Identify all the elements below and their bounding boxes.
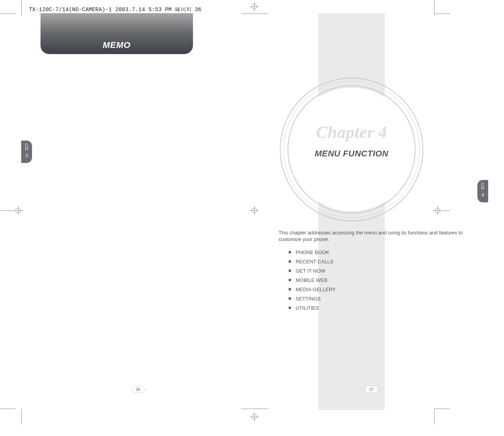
list-item: MOBILE WEB bbox=[289, 277, 336, 283]
list-item: MEDIA GELLERY bbox=[289, 287, 336, 292]
chapter-title: Chapter 4 bbox=[278, 122, 425, 142]
crop-mark bbox=[0, 14, 15, 14]
page-number-left: 36 bbox=[132, 386, 145, 393]
list-item: GET IT NOW bbox=[289, 268, 336, 274]
crop-mark bbox=[21, 409, 22, 424]
chapter-tab-h: H bbox=[21, 147, 32, 151]
list-item-label: SETTINGS bbox=[296, 296, 321, 302]
chapter-tab-left: C H 3 bbox=[21, 141, 32, 163]
crop-mark bbox=[0, 409, 15, 409]
manual-spread: MEMO C H 3 36 Chapter 4 MENU FUNCTION Th… bbox=[21, 13, 488, 410]
crop-mark bbox=[434, 409, 435, 424]
chapter-tab-number: 3 bbox=[21, 153, 32, 158]
memo-title: MEMO bbox=[103, 40, 130, 50]
registration-mark-icon bbox=[250, 2, 259, 11]
list-item-label: PHONE BOOK bbox=[296, 249, 329, 255]
registration-mark-icon bbox=[250, 412, 259, 421]
chapter-subtitle: MENU FUNCTION bbox=[278, 149, 425, 159]
list-item-label: UTILITIES bbox=[296, 305, 319, 311]
list-item-label: RECENT CALLS bbox=[296, 259, 333, 265]
page-number-right: 37 bbox=[365, 386, 378, 393]
chapter-tab-number: 4 bbox=[477, 192, 488, 198]
list-item-label: MOBILE WEB bbox=[296, 277, 327, 283]
page-left: MEMO C H 3 36 bbox=[21, 13, 255, 410]
memo-header: MEMO bbox=[41, 13, 193, 54]
print-header-text: TX-120C-7/14(NO-CAMERA)-1 2003.7.14 5:53… bbox=[29, 6, 201, 13]
page-right: Chapter 4 MENU FUNCTION This chapter add… bbox=[255, 13, 488, 410]
chapter-circle: Chapter 4 MENU FUNCTION bbox=[278, 76, 425, 223]
list-item: UTILITIES bbox=[289, 305, 336, 311]
chapter-tab-right: C H 4 bbox=[477, 180, 488, 202]
chapter-menu-list: PHONE BOOK RECENT CALLS GET IT NOW MOBIL… bbox=[289, 249, 336, 314]
chapter-tab-h: H bbox=[477, 187, 488, 190]
crop-mark bbox=[0, 210, 15, 211]
list-item: PHONE BOOK bbox=[289, 249, 336, 255]
list-item-label: MEDIA GELLERY bbox=[296, 287, 336, 292]
chapter-intro-text: This chapter addresses accessing the men… bbox=[279, 229, 468, 243]
list-item-label: GET IT NOW bbox=[296, 268, 325, 274]
list-item: SETTINGS bbox=[289, 296, 336, 302]
list-item: RECENT CALLS bbox=[289, 259, 336, 265]
